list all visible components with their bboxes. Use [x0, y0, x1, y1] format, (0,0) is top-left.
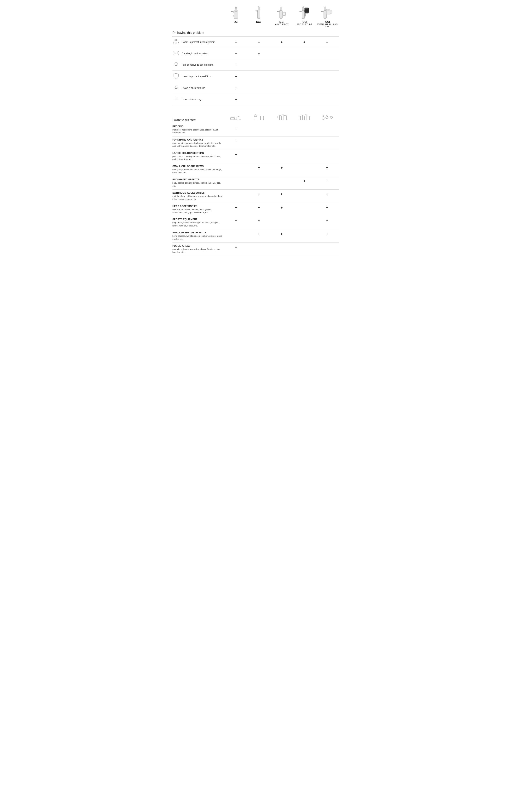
cell-dustmites-iggi-box — [270, 53, 293, 54]
cell-mites-iggi-steam — [316, 99, 339, 100]
svg-rect-1 — [235, 9, 237, 11]
cell-lice-izzi: + — [224, 85, 247, 91]
cell-elongated-iggi-box — [270, 178, 293, 179]
svg-line-50 — [178, 54, 179, 54]
cell-elongated-iggi — [247, 178, 270, 179]
disinfect-title-head: HEAD ACCESSORIES — [172, 205, 223, 207]
cell-sports-iggi-steam: + — [316, 218, 339, 223]
cell-protect-iggi-tube — [293, 76, 316, 77]
cell-dustmites-izzi: + — [224, 51, 247, 57]
cell-lice-iggi-box — [270, 87, 293, 89]
product-image-iggi-tube — [294, 4, 315, 19]
product-image-izzi — [225, 4, 246, 19]
svg-rect-36 — [321, 11, 323, 12]
svg-rect-39 — [330, 10, 332, 14]
svg-rect-4 — [235, 18, 237, 19]
svg-point-52 — [175, 64, 176, 64]
row-label-family: I want to protect my family from — [172, 36, 224, 48]
svg-rect-72 — [261, 116, 264, 120]
disinfect-label-everyday: SMALL EVERYDAY OBJECTS keys, glasses, wa… — [172, 231, 224, 240]
disinfect-label-public: PUBLIC AREAS receptions, hotels, nurseri… — [172, 244, 224, 254]
svg-line-45 — [173, 51, 175, 52]
cell-sports-izzi: + — [224, 218, 247, 223]
disinfect-label-bedding: BEDDING mattress, headboard, pillowcases… — [172, 125, 224, 134]
disinfect-desc-elongated: baby bottles, drinking bottles, bottles,… — [172, 181, 223, 187]
row-text-cat: I am sensitive to cat allergens — [182, 63, 223, 66]
svg-line-47 — [173, 54, 175, 54]
disinfect-header-icons — [224, 113, 339, 123]
cell-furniture-iggi-tube — [293, 138, 316, 139]
cell-large-childcare-iggi-steam — [316, 152, 339, 152]
cell-elongated-iggi-steam: + — [316, 178, 339, 183]
svg-rect-71 — [258, 115, 260, 120]
disinfect-icon-iggi — [247, 113, 270, 123]
disinfect-title-bathroom: BATHROOM ACCESSORIES — [172, 192, 223, 194]
disinfect-icon-izzi — [224, 113, 247, 123]
disinfect-header-left: I want to disinfect — [172, 118, 224, 123]
cell-everyday-iggi-steam: + — [316, 231, 339, 236]
svg-point-83 — [322, 116, 325, 119]
disinfect-label-sports: SPORTS EQUIPMENT yoga mats, fitness and … — [172, 218, 224, 227]
product-name-iggi-steam: IGGI — [317, 21, 338, 23]
disinfect-icon-iggi-steam — [316, 113, 339, 123]
disinfect-icon-iggi-box — [270, 113, 293, 123]
disinfect-row-bedding: BEDDING mattress, headboard, pillowcases… — [172, 123, 339, 137]
cell-everyday-izzi — [224, 231, 247, 232]
svg-rect-67 — [231, 116, 234, 118]
cell-bathroom-iggi: + — [247, 192, 270, 196]
cell-bathroom-izzi — [224, 192, 247, 192]
svg-rect-10 — [259, 6, 259, 7]
disinfect-title-public: PUBLIC AREAS — [172, 244, 223, 247]
cell-everyday-iggi: + — [247, 231, 270, 236]
disinfect-label-small-childcare: SMALL CHILDCARE ITEMS cuddly toys, dummi… — [172, 165, 224, 174]
cell-large-childcare-iggi-tube — [293, 152, 316, 152]
product-col-iggi-box: IGGI AND THE BOX — [270, 4, 293, 28]
product-sub-iggi-box: AND THE BOX — [271, 23, 292, 26]
cell-head-izzi: + — [224, 205, 247, 210]
cell-large-childcare-iggi — [247, 152, 270, 152]
disinfect-header-wrap: I want to disinfect — [172, 109, 339, 123]
product-name-iggi-tube: IGGI — [294, 21, 315, 23]
product-header-row: IZZI IGGI — [224, 4, 339, 29]
product-col-iggi-tube: IGGI AND THE TUBE — [293, 4, 316, 28]
disinfect-section-header: I want to disinfect — [172, 118, 224, 123]
svg-rect-3 — [231, 11, 233, 12]
table-row-mites: I have mites in my + — [172, 94, 339, 106]
row-icon-family — [172, 38, 180, 46]
cell-mites-iggi — [247, 99, 270, 100]
row-label-dustmites: I'm allergic to dust mites — [172, 48, 224, 59]
cell-large-childcare-iggi-box — [270, 152, 293, 152]
disinfect-row-elongated: ELONGATED OBJECTS baby bottles, drinking… — [172, 176, 339, 190]
cell-public-iggi — [247, 244, 270, 245]
cell-family-iggi-tube: + — [293, 39, 316, 45]
disinfect-title-small-childcare: SMALL CHILDCARE ITEMS — [172, 165, 223, 168]
cell-sports-iggi: + — [247, 218, 270, 223]
cell-sports-iggi-tube — [293, 218, 316, 219]
svg-rect-81 — [305, 115, 307, 120]
cell-large-childcare-izzi: + — [224, 152, 247, 156]
cell-furniture-iggi-box — [270, 138, 293, 139]
cell-family-iggi-steam: + — [316, 39, 339, 45]
problem-section: I'm having this problem I want to protec… — [172, 29, 339, 106]
disinfect-desc-furniture: sofa, curtains, carpets, bathroom towels… — [172, 142, 223, 148]
row-text-mites: I have mites in my — [182, 98, 223, 101]
cell-public-iggi-tube — [293, 244, 316, 245]
disinfect-title-large-childcare: LARGE CHILDCARE ITEMS — [172, 152, 223, 154]
disinfect-title-sports: SPORTS EQUIPMENT — [172, 218, 223, 221]
svg-point-44 — [175, 52, 178, 54]
svg-rect-23 — [302, 7, 304, 10]
svg-point-53 — [177, 64, 177, 64]
row-icon-cat — [172, 61, 180, 69]
row-icon-dustmites — [172, 50, 180, 58]
disinfect-row-bathroom: BATHROOM ACCESSORIES toothbrushes, hairb… — [172, 190, 339, 203]
svg-rect-0 — [234, 10, 238, 18]
table-row-family: I want to protect my family from + + + +… — [172, 36, 339, 48]
svg-rect-40 — [327, 9, 329, 10]
row-label-lice: I have a child with lice — [172, 82, 224, 94]
product-name-izzi: IZZI — [225, 21, 246, 23]
row-text-lice: I have a child with lice — [182, 87, 223, 89]
svg-rect-7 — [233, 16, 234, 17]
cell-bathroom-iggi-tube — [293, 192, 316, 192]
svg-rect-28 — [305, 13, 308, 14]
disinfect-desc-sports: yoga mats, fitness and weight machines, … — [172, 221, 223, 227]
